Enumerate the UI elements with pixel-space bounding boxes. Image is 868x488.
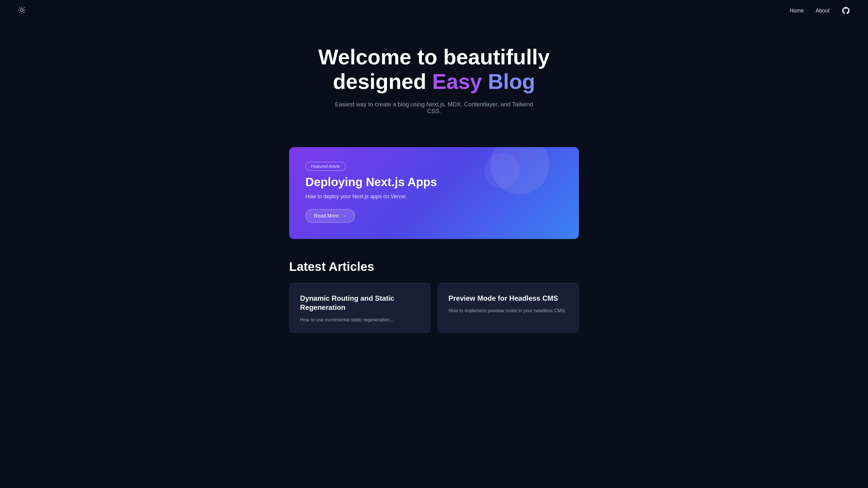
article-card-1-desc: How to use incremental static regenerati… [300, 316, 420, 324]
hero-title-designed: designed [333, 70, 432, 93]
svg-point-0 [21, 8, 23, 11]
hero-title: Welcome to beautifully designed Easy Blo… [301, 45, 567, 94]
latest-articles-title: Latest Articles [289, 260, 579, 274]
nav-home-link[interactable]: Home [789, 8, 804, 14]
article-card-2-title: Preview Mode for Headless CMS [448, 294, 568, 303]
article-card-1: Dynamic Routing and Static Regeneration … [289, 283, 430, 333]
svg-line-8 [24, 8, 25, 8]
hero-title-easy: Easy [432, 70, 482, 93]
nav-links: Home About [789, 6, 850, 15]
article-card-1-title: Dynamic Routing and Static Regeneration [300, 294, 420, 312]
svg-line-6 [24, 12, 25, 13]
github-link[interactable] [841, 6, 850, 15]
article-card-2-desc: How to implement preview mode in your he… [448, 307, 568, 315]
read-more-button[interactable]: Read More → [305, 209, 355, 223]
articles-grid: Dynamic Routing and Static Regeneration … [289, 283, 579, 333]
article-card-2: Preview Mode for Headless CMS How to imp… [438, 283, 579, 333]
featured-description: How to deploy your Next.js apps on Verce… [305, 194, 563, 200]
arrow-icon: → [341, 213, 346, 219]
latest-articles-section: Latest Articles Dynamic Routing and Stat… [271, 260, 597, 357]
hero-title-blog: Blog [488, 70, 535, 93]
featured-title: Deploying Next.js Apps [305, 175, 563, 189]
read-more-label: Read More [314, 213, 339, 219]
hero-title-line1: Welcome to beautifully [318, 45, 550, 69]
svg-line-5 [20, 8, 20, 8]
github-icon [841, 6, 850, 15]
navbar: Home About [0, 0, 868, 21]
hero-section: Welcome to beautifully designed Easy Blo… [0, 21, 868, 132]
featured-card: Featured Article Deploying Next.js Apps … [289, 147, 579, 239]
hero-subtitle: Easiest way to create a blog using Next.… [331, 101, 537, 115]
featured-wrapper: Featured Article Deploying Next.js Apps … [271, 147, 597, 239]
svg-line-7 [20, 12, 20, 13]
featured-badge: Featured Article [305, 162, 346, 171]
nav-logo [18, 6, 26, 15]
sun-icon[interactable] [18, 6, 26, 14]
nav-about-link[interactable]: About [816, 8, 830, 14]
